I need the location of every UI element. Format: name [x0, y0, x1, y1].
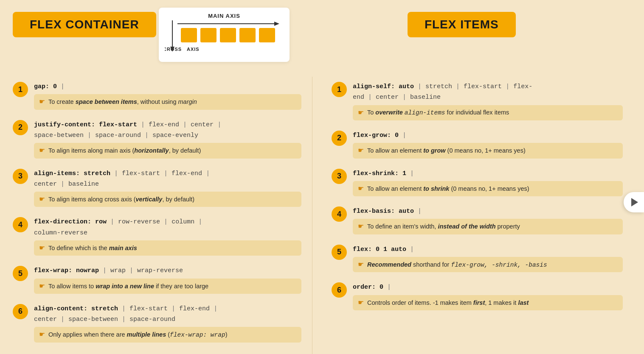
arrow-icon: ☛ — [358, 260, 364, 269]
item-desc-4: ☛To define which is the main axis — [34, 240, 301, 256]
item-title-3: align-items: stretch | flex-start | flex… — [34, 168, 301, 190]
item-content-6: order: 0 | ☛Controls order of items. -1 … — [353, 282, 623, 310]
play-icon — [631, 198, 638, 206]
item-desc-2: ☛To allow an element to grow (0 means no… — [353, 143, 623, 158]
svg-text:MAIN AXIS: MAIN AXIS — [208, 13, 240, 19]
item-row-5: 5flex: 0 1 auto | ☛Recommended shorthand… — [332, 244, 623, 273]
arrow-icon: ☛ — [39, 282, 45, 291]
item-row-1: 1gap: 0 | ☛To create space between items… — [13, 81, 301, 110]
item-row-6: 6order: 0 | ☛Controls order of items. -1… — [332, 282, 623, 310]
item-row-2: 2justify-content: flex-start | flex-end … — [13, 119, 301, 159]
item-content-4: flex-direction: row | row-reverse | colu… — [34, 216, 301, 256]
item-number-3: 3 — [332, 169, 347, 184]
arrow-icon: ☛ — [358, 222, 364, 231]
item-title-1: align-self: auto | stretch | flex-start … — [353, 81, 623, 103]
item-title-2: justify-content: flex-start | flex-end |… — [34, 119, 301, 141]
item-number-4: 4 — [332, 206, 347, 222]
axis-diagram: MAIN AXIS CROSS AXIS — [159, 8, 290, 62]
item-title-1: gap: 0 | — [34, 81, 301, 92]
arrow-icon: ☛ — [358, 108, 364, 117]
item-desc-4: ☛To define an item's width, instead of t… — [353, 219, 623, 234]
item-desc-1: ☛To overwrite align-items for individual… — [353, 105, 623, 120]
item-content-6: align-content: stretch | flex-start | fl… — [34, 303, 301, 343]
item-number-6: 6 — [332, 282, 347, 298]
svg-rect-4 — [200, 28, 217, 42]
item-number-5: 5 — [13, 266, 28, 281]
flex-items-items: 1align-self: auto | stretch | flex-start… — [315, 77, 644, 354]
item-title-6: order: 0 | — [353, 282, 623, 292]
item-number-3: 3 — [13, 169, 28, 184]
arrow-icon: ☛ — [39, 243, 45, 253]
svg-rect-7 — [259, 28, 275, 42]
item-row-4: 4flex-basis: auto | ☛To define an item's… — [332, 206, 623, 234]
item-title-4: flex-direction: row | row-reverse | colu… — [34, 216, 301, 238]
item-number-6: 6 — [13, 304, 28, 319]
right-section-header: FLEX ITEMS — [408, 12, 516, 37]
item-desc-6: ☛Only applies when there are multiple li… — [34, 327, 301, 342]
item-number-2: 2 — [332, 131, 347, 146]
arrow-icon: ☛ — [39, 330, 45, 339]
item-content-3: align-items: stretch | flex-start | flex… — [34, 168, 301, 207]
item-desc-5: ☛To allow items to wrap into a new line … — [34, 279, 301, 294]
svg-rect-6 — [239, 28, 256, 42]
item-content-1: align-self: auto | stretch | flex-start … — [353, 81, 623, 120]
item-row-6: 6align-content: stretch | flex-start | f… — [13, 303, 301, 343]
item-row-3: 3flex-shrink: 1 | ☛To allow an element t… — [332, 168, 623, 197]
svg-rect-5 — [220, 28, 236, 42]
item-content-1: gap: 0 | ☛To create space between items,… — [34, 81, 301, 110]
item-number-1: 1 — [332, 82, 347, 97]
item-number-2: 2 — [13, 120, 28, 135]
svg-text:AXIS: AXIS — [187, 47, 200, 52]
item-title-4: flex-basis: auto | — [353, 206, 623, 216]
item-content-2: justify-content: flex-start | flex-end |… — [34, 119, 301, 159]
item-content-2: flex-grow: 0 | ☛To allow an element to g… — [353, 130, 623, 159]
item-title-6: align-content: stretch | flex-start | fl… — [34, 303, 301, 325]
item-row-4: 4flex-direction: row | row-reverse | col… — [13, 216, 301, 256]
arrow-icon: ☛ — [358, 298, 364, 307]
arrow-icon: ☛ — [39, 195, 45, 204]
item-row-1: 1align-self: auto | stretch | flex-start… — [332, 81, 623, 120]
item-desc-2: ☛To align items along main axis (horizon… — [34, 143, 301, 158]
item-content-5: flex-wrap: nowrap | wrap | wrap-reverse☛… — [34, 265, 301, 294]
arrow-icon: ☛ — [358, 184, 364, 193]
item-desc-3: ☛To align items along cross axis (vertic… — [34, 192, 301, 207]
item-number-5: 5 — [332, 245, 347, 260]
item-desc-1: ☛To create space between items, without … — [34, 94, 301, 109]
item-row-5: 5flex-wrap: nowrap | wrap | wrap-reverse… — [13, 265, 301, 294]
item-title-5: flex: 0 1 auto | — [353, 244, 623, 254]
item-desc-6: ☛Controls order of items. -1 makes item … — [353, 295, 623, 310]
svg-rect-3 — [181, 28, 197, 42]
arrow-icon: ☛ — [39, 97, 45, 106]
arrow-icon: ☛ — [39, 146, 45, 155]
item-content-5: flex: 0 1 auto | ☛Recommended shorthand … — [353, 244, 623, 273]
item-row-3: 3align-items: stretch | flex-start | fle… — [13, 168, 301, 207]
item-title-3: flex-shrink: 1 | — [353, 168, 623, 178]
flex-container-items: 1gap: 0 | ☛To create space between items… — [0, 77, 310, 354]
item-title-2: flex-grow: 0 | — [353, 130, 623, 140]
item-number-1: 1 — [13, 82, 28, 97]
video-play-button[interactable] — [624, 192, 644, 212]
item-desc-5: ☛Recommended shorthand for flex-grow, -s… — [353, 257, 623, 272]
item-content-4: flex-basis: auto | ☛To define an item's … — [353, 206, 623, 234]
item-content-3: flex-shrink: 1 | ☛To allow an element to… — [353, 168, 623, 197]
item-row-2: 2flex-grow: 0 | ☛To allow an element to … — [332, 130, 623, 159]
item-desc-3: ☛To allow an element to shrink (0 means … — [353, 181, 623, 196]
item-number-4: 4 — [13, 217, 28, 232]
left-section-header: FLEX CONTAINER — [13, 12, 156, 37]
item-title-5: flex-wrap: nowrap | wrap | wrap-reverse — [34, 265, 301, 276]
svg-marker-2 — [274, 22, 279, 26]
arrow-icon: ☛ — [358, 146, 364, 155]
